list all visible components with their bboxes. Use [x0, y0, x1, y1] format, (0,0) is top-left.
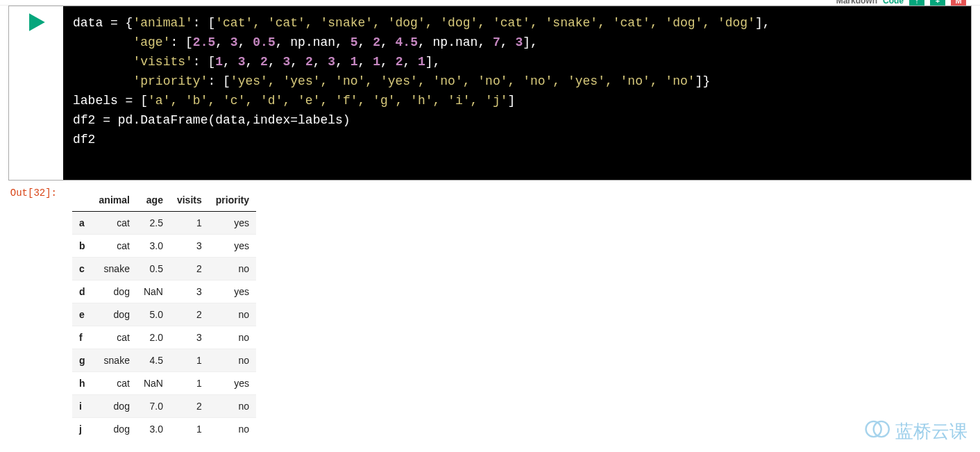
- row-index: f: [72, 326, 92, 349]
- table-row: acat2.51yes: [72, 212, 256, 235]
- code-token: , np.nan,: [276, 35, 350, 49]
- code-token: : [: [193, 16, 215, 30]
- code-token: ],: [425, 55, 441, 69]
- code-token: df2 = pd.DataFrame(data,index=labels): [73, 113, 350, 127]
- code-token: 'visits': [133, 55, 192, 69]
- table-cell: NaN: [137, 281, 170, 303]
- table-cell: 1: [170, 349, 209, 372]
- code-token: 'animal': [133, 16, 192, 30]
- table-cell: 1: [170, 212, 209, 235]
- table-cell: 3.0: [137, 235, 170, 258]
- code-token: : [: [170, 35, 192, 49]
- table-cell: 5.0: [137, 303, 170, 326]
- code-token: ]: [508, 94, 516, 108]
- code-token: ,: [500, 35, 516, 49]
- code-token: : [: [193, 55, 215, 69]
- code-token: 2.5: [193, 35, 215, 49]
- code-token: ],: [523, 35, 538, 49]
- table-cell: 7.0: [137, 395, 170, 418]
- code-token: data = {: [73, 16, 133, 30]
- table-cell: cat: [92, 212, 137, 235]
- table-cell: 3: [170, 235, 209, 258]
- code-token: 1: [418, 55, 425, 69]
- code-token: 1: [350, 55, 358, 69]
- row-index: e: [72, 303, 92, 326]
- table-cell: snake: [92, 349, 137, 372]
- table-cell: 1: [170, 372, 209, 395]
- toolbar-markdown-label[interactable]: Markdown: [836, 0, 877, 6]
- code-token: 3: [283, 55, 291, 69]
- svg-marker-0: [29, 13, 45, 31]
- table-cell: no: [209, 326, 256, 349]
- code-token: 2: [396, 55, 403, 69]
- col-header: visits: [170, 189, 209, 212]
- code-token: 7: [493, 35, 500, 49]
- table-row: csnake0.52no: [72, 258, 256, 281]
- table-row: idog7.02no: [72, 395, 256, 418]
- table-cell: yes: [209, 235, 256, 258]
- code-token: ,: [380, 35, 396, 49]
- code-token: ,: [245, 55, 260, 69]
- table-row: hcatNaN1yes: [72, 372, 256, 395]
- row-index: i: [72, 395, 92, 418]
- row-index: g: [72, 349, 92, 372]
- run-icon[interactable]: [24, 10, 48, 34]
- row-index: d: [72, 281, 92, 303]
- code-token: 3: [515, 35, 523, 49]
- table-cell: 2: [170, 395, 209, 418]
- row-index: h: [72, 372, 92, 395]
- col-header: animal: [92, 189, 137, 212]
- table-row: edog5.02no: [72, 303, 256, 326]
- table-cell: 3.0: [137, 418, 170, 441]
- code-token: ,: [238, 35, 253, 49]
- code-token: [73, 35, 133, 49]
- table-cell: 3: [170, 281, 209, 303]
- watermark-logo-icon: [865, 419, 891, 444]
- table-cell: 4.5: [137, 349, 170, 372]
- table-row: ddogNaN3yes: [72, 281, 256, 303]
- table-cell: yes: [209, 212, 256, 235]
- table-cell: no: [209, 418, 256, 441]
- code-token: 'priority': [133, 74, 208, 88]
- table-cell: yes: [209, 281, 256, 303]
- code-token: ,: [268, 55, 283, 69]
- code-token: 2: [373, 35, 380, 49]
- toolbar-code-label[interactable]: Code: [883, 0, 904, 6]
- code-token: df2: [73, 133, 95, 147]
- code-token: 3: [230, 35, 238, 49]
- table-cell: dog: [92, 281, 137, 303]
- code-token: ,: [335, 55, 350, 69]
- table-cell: no: [209, 349, 256, 372]
- watermark-text: 蓝桥云课: [895, 419, 968, 444]
- table-cell: 2.0: [137, 326, 170, 349]
- cell-toolbar: Markdown Code ↑ + M: [0, 0, 980, 6]
- code-token: 'a', 'b', 'c', 'd', 'e', 'f', 'g', 'h', …: [148, 94, 507, 108]
- col-header: age: [137, 189, 170, 212]
- table-cell: cat: [92, 372, 137, 395]
- code-editor[interactable]: data = {'animal': ['cat', 'cat', 'snake'…: [63, 6, 971, 180]
- code-cell: data = {'animal': ['cat', 'cat', 'snake'…: [8, 6, 972, 181]
- col-header: priority: [209, 189, 256, 212]
- code-token: ,: [215, 35, 230, 49]
- output-area: Out[32]: animal age visits priority acat…: [8, 185, 972, 452]
- table-cell: 0.5: [137, 258, 170, 281]
- code-token: , np.nan,: [418, 35, 493, 49]
- table-cell: 3: [170, 326, 209, 349]
- table-cell: no: [209, 395, 256, 418]
- code-token: 4.5: [396, 35, 418, 49]
- code-token: [73, 74, 133, 88]
- code-token: ,: [358, 35, 373, 49]
- code-token: 0.5: [253, 35, 275, 49]
- index-header: [72, 189, 92, 212]
- row-index: c: [72, 258, 92, 281]
- table-cell: cat: [92, 235, 137, 258]
- row-index: b: [72, 235, 92, 258]
- table-row: gsnake4.51no: [72, 349, 256, 372]
- code-token: [73, 55, 133, 69]
- table-cell: snake: [92, 258, 137, 281]
- table-cell: yes: [209, 372, 256, 395]
- code-token: 1: [373, 55, 380, 69]
- code-token: 'age': [133, 35, 170, 49]
- code-token: 2: [260, 55, 268, 69]
- table-cell: dog: [92, 303, 137, 326]
